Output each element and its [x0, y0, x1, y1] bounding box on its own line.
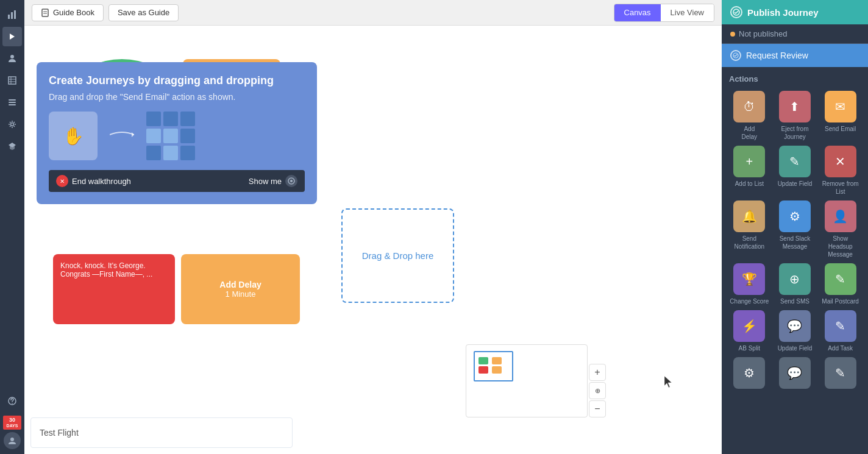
svg-rect-17 [42, 9, 48, 16]
action-item-add-to-list[interactable]: +Add to List [729, 146, 770, 196]
action-icon-show-headsup: 👤 [825, 200, 856, 232]
action-label-send-email: Send Email [825, 125, 856, 133]
svg-marker-24 [132, 132, 134, 137]
drag-arrow [110, 129, 134, 144]
user-avatar[interactable] [4, 432, 21, 449]
action-icon-add-to-list: + [733, 146, 765, 177]
action-item-send-email[interactable]: ✉Send Email [820, 91, 861, 141]
action-label-eject-from-journey: Eject from Journey [775, 125, 816, 141]
action-item-ab-split[interactable]: ⚡AB Split [729, 310, 770, 352]
action-label-update-field: Update Field [778, 180, 813, 188]
action-item-change-score[interactable]: 🏆Change Score [729, 263, 770, 305]
action-icon-action17: 💬 [779, 357, 811, 389]
end-walkthrough-button[interactable]: ✕ End walkthrough [56, 175, 131, 187]
view-toggle: Canvas Live View [614, 4, 714, 22]
action-item-show-headsup[interactable]: 👤Show Headsup Message [820, 200, 861, 258]
publish-check-icon [730, 6, 742, 18]
svg-rect-0 [8, 15, 10, 19]
action-item-update-field2[interactable]: 💬Update Field [775, 310, 816, 352]
cursor-indicator [664, 376, 674, 386]
live-view-button[interactable]: Live View [661, 4, 714, 21]
action-icon-update-field: ✎ [779, 146, 811, 177]
action-icon-add-delay: ⏱ [733, 91, 765, 122]
publish-header[interactable]: Publish Journey [722, 0, 868, 24]
end-icon: ✕ [56, 175, 68, 187]
publish-label: Publish Journey [747, 7, 819, 18]
mini-map [466, 344, 588, 417]
action-label-remove-from-list: Remove from List [820, 180, 861, 196]
svg-point-16 [10, 438, 14, 441]
drop-zone[interactable]: Drag & Drop here [341, 208, 454, 303]
action-icon-remove-from-list: ✕ [825, 146, 856, 177]
svg-point-26 [290, 180, 293, 182]
svg-marker-3 [10, 34, 15, 40]
zoom-controls: + ⊕ − [589, 364, 606, 417]
drag-source: ✋ [49, 112, 98, 160]
actions-section: Actions ⏱Add Delay⬆Eject from Journey✉Se… [722, 67, 868, 454]
svg-rect-10 [9, 102, 16, 103]
action-item-action18[interactable]: ✎ [820, 357, 861, 391]
action-icon-mail-postcard: ✎ [825, 263, 856, 295]
save-as-guide-button[interactable]: Save as Guide [108, 4, 179, 21]
mini-map-content [466, 345, 587, 417]
request-review-button[interactable]: Request Review [722, 44, 868, 67]
walkthrough-content: ✋ [49, 112, 305, 160]
canvas-card-red: Knock, knock. It's George. Congrats —Fir… [53, 254, 175, 324]
action-item-remove-from-list[interactable]: ✕Remove from List [820, 146, 861, 196]
drop-zone-label: Drag & Drop here [362, 250, 434, 261]
action-item-add-delay[interactable]: ⏱Add Delay [729, 91, 770, 141]
svg-rect-2 [14, 10, 16, 19]
mini-map-viewport [474, 351, 513, 381]
action-icon-send-slack-message: ⚙ [779, 200, 811, 232]
action-icon-update-field2: 💬 [779, 310, 811, 342]
action-item-update-field[interactable]: ✎Update Field [775, 146, 816, 196]
zoom-out-button[interactable]: − [589, 400, 606, 417]
action-item-add-task[interactable]: ✎Add Task [820, 310, 861, 352]
sidebar-item-arrow[interactable] [2, 27, 22, 46]
journey-name-text: Test Flight [40, 428, 79, 438]
action-icon-send-email: ✉ [825, 91, 856, 122]
guide-book-button[interactable]: Guide Book [32, 4, 104, 21]
action-icon-change-score: 🏆 [733, 263, 765, 295]
action-label-ab-split: AB Split [739, 344, 761, 352]
right-panel: Publish Journey Not published Request Re… [722, 0, 868, 454]
sidebar-item-gear[interactable] [2, 115, 22, 134]
canvas-area[interactable]: Create Journeys by dragging and dropping… [24, 26, 722, 454]
sidebar-item-table[interactable] [2, 71, 22, 90]
action-icon-ab-split: ⚡ [733, 310, 765, 342]
zoom-fit-button[interactable]: ⊕ [589, 382, 606, 399]
walkthrough-overlay: Create Journeys by dragging and dropping… [37, 62, 317, 204]
action-item-action17[interactable]: 💬 [775, 357, 816, 391]
action-label-send-sms: Send SMS [780, 297, 809, 305]
days-badge: 30 DAYS [3, 416, 21, 430]
top-bar: Guide Book Save as Guide Canvas Live Vie… [24, 0, 722, 26]
svg-rect-5 [9, 77, 16, 84]
action-label-add-task: Add Task [828, 344, 853, 352]
canvas-view-button[interactable]: Canvas [614, 4, 661, 21]
action-icon-send-notification: 🔔 [733, 200, 765, 232]
sidebar-item-chart[interactable] [2, 5, 22, 24]
zoom-in-button[interactable]: + [589, 364, 606, 381]
action-label-mail-postcard: Mail Postcard [822, 297, 859, 305]
walkthrough-subtitle: Drag and drop the "Send Email" action as… [49, 92, 305, 102]
actions-grid: ⏱Add Delay⬆Eject from Journey✉Send Email… [729, 91, 861, 391]
walkthrough-title: Create Journeys by dragging and dropping [49, 74, 305, 87]
action-item-mail-postcard[interactable]: ✎Mail Postcard [820, 263, 861, 305]
sidebar-item-graduation[interactable] [2, 137, 22, 156]
sidebar-item-person[interactable] [2, 49, 22, 68]
sidebar-item-help[interactable] [2, 391, 22, 411]
action-item-send-sms[interactable]: ⊕Send SMS [775, 263, 816, 305]
svg-point-4 [10, 55, 14, 59]
action-icon-add-task: ✎ [825, 310, 856, 342]
action-item-action16[interactable]: ⚙ [729, 357, 770, 391]
sidebar-item-list[interactable] [2, 93, 22, 112]
action-icon-eject-from-journey: ⬆ [779, 91, 811, 122]
orange-card-subtitle: 1 Minute [226, 289, 256, 299]
action-item-eject-from-journey[interactable]: ⬆Eject from Journey [775, 91, 816, 141]
action-item-send-slack-message[interactable]: ⚙Send Slack Message [775, 200, 816, 258]
show-me-button[interactable]: Show me [249, 175, 297, 187]
action-icon-action16: ⚙ [733, 357, 765, 389]
action-label-send-notification: Send Notification [729, 235, 770, 250]
not-published-label: Not published [739, 29, 788, 38]
action-item-send-notification[interactable]: 🔔Send Notification [729, 200, 770, 258]
